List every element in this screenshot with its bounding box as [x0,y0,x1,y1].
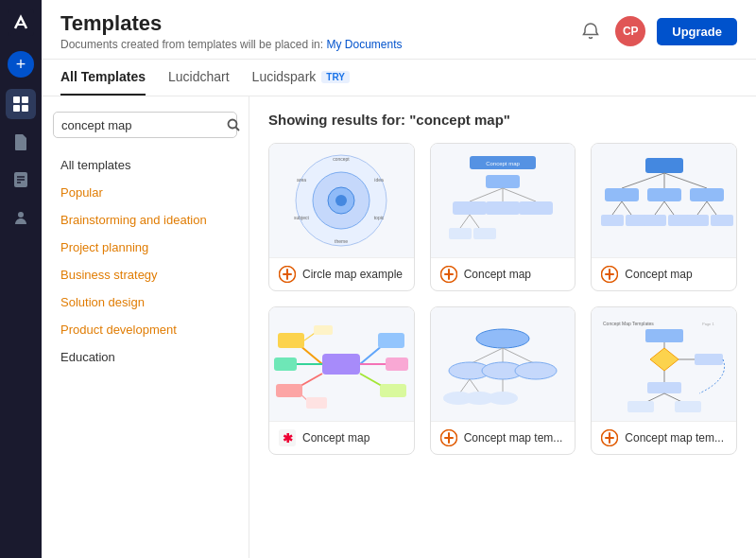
svg-point-9 [18,212,24,218]
template-grid: concept idea topic theme subject area [268,143,737,455]
svg-rect-96 [647,382,681,393]
nav-bar: + [0,0,42,558]
header-subtitle: Documents created from templates will be… [60,38,403,51]
app-logo[interactable] [8,9,34,36]
template-name-1: Circle map example [302,268,403,281]
sidebar-item-popular[interactable]: Popular [53,179,237,206]
header-left: Templates Documents created from templat… [60,11,403,51]
svg-rect-65 [378,333,404,348]
sidebar-item-brainstorming[interactable]: Brainstorming and ideation [53,206,237,234]
svg-line-77 [470,348,503,364]
template-card-6[interactable]: Concept Map Templates Page 1 [591,306,737,455]
svg-rect-71 [314,325,333,335]
svg-rect-29 [453,201,487,215]
body: All templates Popular Brainstorming and … [42,96,756,558]
tab-lucidchart[interactable]: Lucidchart [168,60,230,96]
miro-logo-icon: ✱ [279,429,296,446]
svg-rect-101 [675,401,701,412]
template-footer-1: Circle map example [269,257,414,290]
svg-rect-1 [13,96,20,103]
svg-rect-92 [645,329,683,342]
template-card-3[interactable]: Concept map [591,143,737,291]
sidebar-item-all[interactable]: All templates [53,151,237,179]
svg-rect-61 [274,357,297,371]
svg-line-79 [503,348,536,364]
results-header: Showing results for: "concept map" [268,112,737,128]
template-footer-4: ✱ Concept map [269,421,414,454]
sidebar-item-solution[interactable]: Solution design [53,288,237,316]
svg-rect-63 [276,384,302,397]
svg-text:concept: concept [334,156,351,162]
template-name-3: Concept map [625,268,692,281]
tab-lucidspark[interactable]: Lucidspark TRY [252,60,350,96]
user-avatar[interactable]: CP [615,16,645,46]
template-card-5[interactable]: Concept map tem... [430,306,576,455]
svg-text:topic: topic [374,215,385,220]
notifications-icon[interactable] [577,18,604,44]
template-card-2[interactable]: Concept map [430,143,576,291]
svg-rect-35 [473,228,496,239]
sidebar-item-product[interactable]: Product development [53,316,237,343]
lucidchart-logo-icon-5 [440,429,457,446]
template-thumb-6: Concept Map Templates Page 1 [592,307,736,421]
svg-text:idea: idea [375,177,385,183]
add-button[interactable]: + [8,51,34,78]
template-footer-6: Concept map tem... [592,421,736,454]
svg-text:Page 1: Page 1 [702,322,714,326]
svg-rect-2 [22,96,28,103]
svg-rect-57 [322,354,360,375]
nav-grid-icon[interactable] [6,89,36,119]
tab-all-templates[interactable]: All Templates [60,60,146,96]
svg-rect-37 [645,158,683,173]
template-thumb-3 [592,144,736,257]
svg-text:area: area [297,177,306,183]
nav-file-icon[interactable] [6,165,36,195]
svg-text:subject: subject [294,215,309,220]
upgrade-button[interactable]: Upgrade [657,18,737,45]
svg-point-15 [335,195,347,206]
svg-rect-43 [690,188,724,201]
template-card-1[interactable]: concept idea topic theme subject area [268,143,415,291]
svg-rect-54 [686,215,709,226]
svg-line-32 [460,215,470,228]
lucidchart-logo-icon [279,266,296,283]
svg-line-26 [470,188,503,201]
svg-rect-97 [695,354,723,365]
svg-rect-69 [380,384,406,397]
template-footer-3: Concept map [592,257,736,290]
nav-people-icon[interactable] [6,202,36,233]
svg-line-44 [612,201,622,215]
svg-line-45 [622,201,631,215]
svg-rect-67 [386,357,408,371]
svg-rect-41 [605,188,639,201]
svg-line-38 [622,173,664,188]
lucidchart-logo-icon-3 [601,266,618,283]
svg-line-84 [470,379,479,392]
sidebar: All templates Popular Brainstorming and … [42,96,249,558]
svg-point-76 [476,329,529,348]
template-name-4: Concept map [302,431,369,445]
svg-rect-4 [22,105,28,112]
main-content: Templates Documents created from templat… [42,0,756,558]
search-button[interactable] [226,117,241,132]
search-input[interactable] [61,118,220,132]
lucidchart-logo-icon-2 [440,266,457,283]
svg-rect-100 [627,401,654,412]
template-card-4[interactable]: ✱ Concept map [268,306,415,455]
svg-rect-50 [644,215,666,226]
svg-text:Concept map: Concept map [486,161,520,166]
nav-document-icon[interactable] [6,127,36,157]
svg-line-11 [236,128,240,131]
svg-point-88 [488,392,518,405]
my-documents-link[interactable]: My Documents [326,38,402,51]
template-footer-5: Concept map tem... [431,421,576,454]
template-thumb-1: concept idea topic theme subject area [269,144,414,257]
sidebar-item-business[interactable]: Business strategy [53,261,237,288]
svg-rect-46 [601,215,624,226]
try-badge: TRY [321,71,350,83]
sidebar-item-project[interactable]: Project planning [53,234,237,261]
svg-rect-3 [13,105,20,112]
svg-rect-42 [647,188,681,201]
header: Templates Documents created from templat… [42,0,756,60]
sidebar-item-education[interactable]: Education [53,343,237,371]
